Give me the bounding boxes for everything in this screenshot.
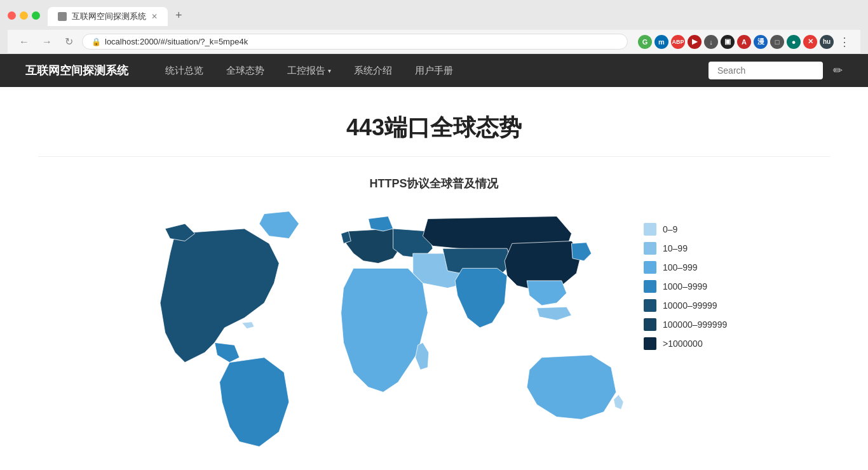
maximize-button[interactable] bbox=[32, 11, 40, 20]
map-container: 0–9 10–99 100–999 1000–9999 10000–99999 bbox=[38, 204, 830, 454]
browser-menu-button[interactable]: ⋮ bbox=[836, 35, 853, 49]
main-content: 443端口全球态势 HTTPS协议全球普及情况 bbox=[0, 87, 868, 470]
refresh-button[interactable]: ↻ bbox=[61, 34, 77, 49]
security-lock-icon: 🔒 bbox=[92, 37, 101, 46]
nav-link-global[interactable]: 全球态势 bbox=[215, 54, 276, 87]
browser-titlebar: 互联网空间探测系统 ✕ + bbox=[8, 5, 860, 26]
forward-button[interactable]: → bbox=[38, 35, 56, 49]
ext-icon10[interactable]: ● bbox=[787, 35, 801, 49]
nav-search bbox=[709, 62, 823, 79]
legend-label-4: 10000–99999 bbox=[663, 300, 717, 311]
ext-hu-icon[interactable]: hu bbox=[820, 35, 834, 49]
legend-color-6 bbox=[644, 337, 656, 350]
traffic-lights bbox=[8, 11, 40, 20]
edit-icon[interactable]: ✏ bbox=[833, 64, 843, 77]
nav-link-manual[interactable]: 用户手册 bbox=[403, 54, 465, 87]
ext-google-icon[interactable]: G bbox=[638, 35, 652, 49]
world-map-svg bbox=[135, 204, 631, 452]
tab-bar: 互联网空间探测系统 ✕ + bbox=[48, 5, 190, 26]
ext-icon5[interactable]: ↓ bbox=[704, 35, 718, 49]
map-legend: 0–9 10–99 100–999 1000–9999 10000–99999 bbox=[644, 204, 733, 350]
ext-icon7[interactable]: A bbox=[737, 35, 751, 49]
legend-color-5 bbox=[644, 318, 656, 331]
nav-link-intro[interactable]: 系统介绍 bbox=[342, 54, 403, 87]
browser-tab[interactable]: 互联网空间探测系统 ✕ bbox=[48, 7, 168, 26]
browser-toolbar: ← → ↻ 🔒 localhost:2000/#/situation/?_k=5… bbox=[8, 30, 860, 54]
legend-item-3: 1000–9999 bbox=[644, 280, 733, 293]
ext-m-icon[interactable]: m bbox=[654, 35, 668, 49]
browser-chrome: 互联网空间探测系统 ✕ + ← → ↻ 🔒 localhost:2000/#/s… bbox=[0, 0, 868, 54]
nav-link-statistics[interactable]: 统计总览 bbox=[154, 54, 215, 87]
world-map-wrapper bbox=[135, 204, 631, 454]
page-title: 443端口全球态势 bbox=[38, 106, 830, 157]
address-text: localhost:2000/#/situation/?_k=5mpe4k bbox=[105, 37, 248, 46]
legend-item-4: 10000–99999 bbox=[644, 299, 733, 312]
legend-label-6: >1000000 bbox=[663, 339, 703, 349]
legend-label-1: 10–99 bbox=[663, 243, 688, 253]
back-button[interactable]: ← bbox=[15, 35, 33, 49]
browser-extensions: G m ABP ▶ ↓ ▣ A 漫 □ ● ✕ hu ⋮ bbox=[638, 35, 853, 49]
legend-item-5: 100000–999999 bbox=[644, 318, 733, 331]
tab-close-button[interactable]: ✕ bbox=[151, 12, 158, 21]
ext-icon4[interactable]: ▶ bbox=[688, 35, 702, 49]
app-navbar: 互联网空间探测系统 统计总览 全球态势 工控报告 ▾ 系统介绍 用户手册 ✏ bbox=[0, 54, 868, 87]
legend-item-2: 100–999 bbox=[644, 261, 733, 274]
legend-color-3 bbox=[644, 280, 656, 293]
close-button[interactable] bbox=[8, 11, 16, 20]
tab-title: 互联网空间探测系统 bbox=[72, 11, 146, 22]
address-bar[interactable]: 🔒 localhost:2000/#/situation/?_k=5mpe4k bbox=[82, 34, 628, 50]
minimize-button[interactable] bbox=[20, 11, 28, 20]
nav-dropdown-report: 工控报告 ▾ bbox=[287, 65, 331, 77]
legend-color-4 bbox=[644, 299, 656, 312]
new-tab-button[interactable]: + bbox=[168, 5, 190, 26]
legend-label-3: 1000–9999 bbox=[663, 281, 707, 292]
search-input[interactable] bbox=[709, 62, 823, 79]
ext-icon6[interactable]: ▣ bbox=[721, 35, 735, 49]
legend-label-2: 100–999 bbox=[663, 262, 698, 272]
chevron-down-icon: ▾ bbox=[328, 67, 331, 74]
legend-label-0: 0–9 bbox=[663, 224, 677, 234]
tab-favicon bbox=[58, 12, 67, 21]
legend-color-0 bbox=[644, 223, 656, 236]
ext-icon9[interactable]: □ bbox=[770, 35, 784, 49]
legend-item-6: >1000000 bbox=[644, 337, 733, 350]
map-subtitle: HTTPS协议全球普及情况 bbox=[38, 176, 830, 191]
ext-icon8[interactable]: 漫 bbox=[754, 35, 768, 49]
nav-link-report-label: 工控报告 bbox=[287, 65, 325, 77]
legend-color-1 bbox=[644, 242, 656, 255]
legend-label-5: 100000–999999 bbox=[663, 319, 727, 330]
ext-icon11[interactable]: ✕ bbox=[803, 35, 817, 49]
legend-color-2 bbox=[644, 261, 656, 274]
app-brand: 互联网空间探测系统 bbox=[25, 63, 128, 78]
nav-link-report[interactable]: 工控报告 ▾ bbox=[276, 54, 342, 87]
map-section: HTTPS协议全球普及情况 bbox=[0, 170, 868, 470]
ext-abp-icon[interactable]: ABP bbox=[671, 35, 685, 49]
nav-links: 统计总览 全球态势 工控报告 ▾ 系统介绍 用户手册 bbox=[154, 54, 709, 87]
legend-item-0: 0–9 bbox=[644, 223, 733, 236]
legend-item-1: 10–99 bbox=[644, 242, 733, 255]
